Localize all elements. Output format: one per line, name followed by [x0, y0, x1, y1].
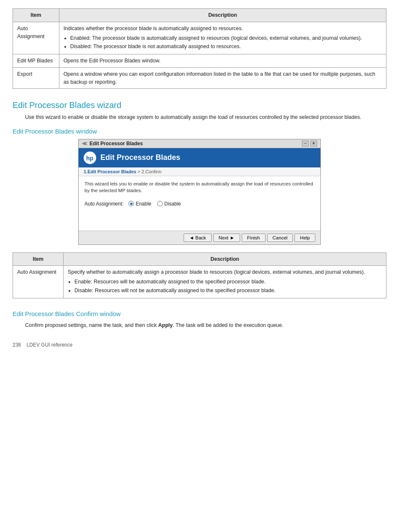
back-button[interactable]: ◄ Back: [184, 234, 211, 242]
wizard-titlebar: ≪ Edit Processor Blades ─ ×: [79, 139, 320, 148]
window-section-title: Edit Processor Blades window: [13, 128, 386, 135]
confirm-section-desc: Confirm proposed settings, name the task…: [25, 321, 386, 329]
doc-title: LDEV GUI reference: [26, 342, 72, 348]
wizard-body-desc: This wizard lets you to enable or disabl…: [84, 180, 315, 194]
close-icon[interactable]: ×: [310, 141, 317, 146]
table-row: Export Opens a window where you can expo…: [13, 67, 386, 89]
wizard-section-desc: Use this wizard to enable or disable the…: [25, 113, 386, 121]
item-cell: Auto Assignment: [13, 266, 64, 298]
item-cell: Edit MP Blades: [13, 54, 59, 68]
breadcrumb-separator: >: [138, 169, 141, 174]
disable-radio-option[interactable]: Disable: [157, 201, 181, 207]
next-button[interactable]: Next ►: [213, 234, 240, 242]
middle-table-col2-header: Description: [64, 252, 386, 266]
chevron-icon: ≪: [82, 141, 87, 146]
middle-reference-table: Item Description Auto Assignment Specify…: [13, 252, 386, 298]
titlebar-icons[interactable]: ─ ×: [302, 141, 317, 146]
confirm-section-title: Edit Processor Blades Confirm window: [13, 310, 386, 317]
middle-table-col1-header: Item: [13, 252, 64, 266]
auto-assignment-label: Auto Assignment:: [84, 201, 123, 207]
wizard-body: This wizard lets you to enable or disabl…: [79, 176, 320, 231]
cancel-button[interactable]: Cancel: [267, 234, 293, 242]
table-row: Auto Assignment Specify whether to autom…: [13, 266, 386, 298]
hp-logo: hp: [84, 152, 96, 164]
disable-label: Disable: [164, 201, 181, 207]
enable-radio-option[interactable]: Enable: [128, 201, 151, 207]
breadcrumb-step1: 1.Edit Processor Blades: [84, 169, 136, 174]
auto-assignment-row: Auto Assignment: Enable Disable: [84, 199, 315, 208]
middle-section: Item Description Auto Assignment Specify…: [13, 252, 386, 298]
confirm-desc-prefix: Confirm proposed settings, name the task…: [25, 322, 158, 328]
enable-radio-button[interactable]: [128, 201, 134, 206]
wizard-header: hp Edit Processor Blades: [79, 148, 320, 167]
breadcrumb-step2: 2.Confirm: [142, 169, 162, 174]
titlebar-left: ≪ Edit Processor Blades: [82, 141, 143, 146]
item-cell: Auto Assignment: [13, 22, 59, 54]
apply-bold: Apply: [158, 322, 173, 328]
top-table-col2-header: Description: [59, 9, 386, 22]
top-table-col1-header: Item: [13, 9, 59, 22]
wizard-footer: ◄ Back Next ► Finish Cancel Help: [79, 231, 320, 244]
page-footer: 238 LDEV GUI reference: [13, 342, 386, 348]
wizard-window: ≪ Edit Processor Blades ─ × hp Edit Proc…: [78, 139, 321, 245]
desc-cell: Specify whether to automatically assign …: [64, 266, 386, 298]
item-cell: Export: [13, 67, 59, 89]
confirm-desc-suffix: . The task will be added to the executio…: [173, 322, 284, 328]
table-row: Auto Assignment Indicates whether the pr…: [13, 22, 386, 54]
table-row: Edit MP Blades Opens the Edit Processor …: [13, 54, 386, 68]
titlebar-label: Edit Processor Blades: [90, 141, 143, 146]
enable-label: Enable: [136, 201, 151, 207]
finish-button[interactable]: Finish: [242, 234, 266, 242]
minimize-icon[interactable]: ─: [302, 141, 309, 146]
confirm-section: Edit Processor Blades Confirm window Con…: [13, 310, 386, 329]
wizard-header-title: Edit Processor Blades: [100, 153, 180, 162]
top-reference-table: Item Description Auto Assignment Indicat…: [13, 8, 386, 89]
page-number: 238: [13, 342, 21, 348]
radio-group: Enable Disable: [128, 201, 181, 207]
desc-cell: Indicates whether the processor blade is…: [59, 22, 386, 54]
disable-radio-button[interactable]: [157, 201, 163, 206]
wizard-section-title: Edit Processor Blades wizard: [13, 100, 386, 110]
desc-cell: Opens the Edit Processor Blades window.: [59, 54, 386, 68]
desc-cell: Opens a window where you can export conf…: [59, 67, 386, 89]
wizard-breadcrumb: 1.Edit Processor Blades > 2.Confirm: [79, 167, 320, 176]
help-button[interactable]: Help: [294, 234, 315, 242]
svg-text:hp: hp: [86, 155, 93, 162]
